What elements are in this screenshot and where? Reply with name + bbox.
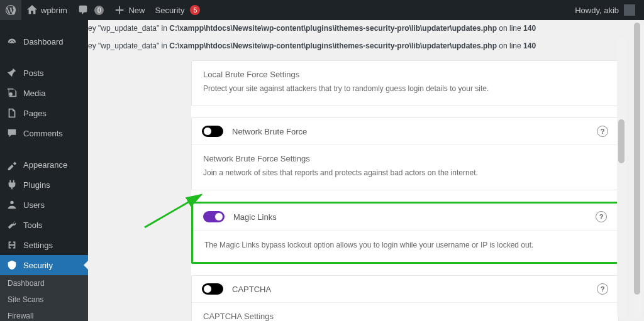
site-name-label: wpbrim <box>41 6 67 15</box>
site-name-link[interactable]: wpbrim <box>21 0 72 20</box>
local-brute-force-desc: Protect your site against attackers that… <box>203 83 607 94</box>
users-icon <box>6 199 18 210</box>
network-brute-force-desc: Join a network of sites that reports and… <box>203 167 607 178</box>
magic-links-desc: The Magic Links bypass lockout option al… <box>204 239 606 251</box>
comments-link[interactable]: 0 <box>72 0 109 20</box>
pages-icon <box>6 107 18 119</box>
sidebar-item-label: Media <box>23 89 45 98</box>
wordpress-icon <box>5 4 16 16</box>
comment-count: 0 <box>94 6 104 15</box>
comments-icon <box>6 128 18 139</box>
new-link[interactable]: New <box>109 0 150 20</box>
security-badge: 5 <box>190 5 200 15</box>
sidebar-item-posts[interactable]: Posts <box>0 63 88 83</box>
sidebar-item-label: Pages <box>23 109 47 118</box>
network-brute-force-label: Network Brute Force <box>232 127 597 136</box>
sidebar-item-label: Posts <box>23 68 44 78</box>
captcha-toggle[interactable] <box>202 283 223 295</box>
sidebar-item-media[interactable]: Media <box>0 83 88 103</box>
wordpress-logo[interactable] <box>0 0 21 20</box>
sidebar-item-label: Appearance <box>23 160 67 170</box>
shield-icon <box>6 259 18 271</box>
pin-icon <box>6 67 18 79</box>
appearance-icon <box>6 159 18 170</box>
tools-icon <box>6 219 18 231</box>
sidebar-item-plugins[interactable]: Plugins <box>0 175 88 195</box>
captcha-title: CAPTCHA Settings <box>203 312 607 321</box>
local-brute-force-title: Local Brute Force Settings <box>203 70 607 79</box>
sidebar-item-label: Settings <box>23 241 53 250</box>
sidebar-item-pages[interactable]: Pages <box>0 103 88 123</box>
settings-icon <box>6 239 18 251</box>
media-icon <box>6 87 18 99</box>
sidebar-item-label: Security <box>23 261 53 270</box>
scrollbar-thumb[interactable] <box>618 119 625 163</box>
outer-scrollbar[interactable] <box>633 23 641 318</box>
network-brute-force-title: Network Brute Force Settings <box>203 154 607 163</box>
new-label: New <box>128 6 145 15</box>
security-label: Security <box>155 6 184 15</box>
sidebar-sub-firewall[interactable]: Firewall <box>0 308 88 321</box>
magic-links-label: Magic Links <box>233 212 596 222</box>
sidebar-item-security[interactable]: Security <box>0 255 88 275</box>
help-icon[interactable]: ? <box>596 211 607 222</box>
sidebar-item-label: Plugins <box>23 180 50 190</box>
sidebar-item-label: Dashboard <box>23 37 64 46</box>
sidebar-item-tools[interactable]: Tools <box>0 215 88 235</box>
sidebar-item-users[interactable]: Users <box>0 195 88 215</box>
sidebar-item-comments[interactable]: Comments <box>0 123 88 143</box>
howdy-label[interactable]: Howdy, akib <box>575 6 619 15</box>
comment-icon <box>77 4 89 16</box>
sidebar-item-label: Tools <box>23 220 42 230</box>
sidebar-item-label: Users <box>23 200 45 210</box>
php-errors: ey "wp_update_data" in C:\xampp\htdocs\N… <box>88 20 629 60</box>
plus-icon <box>114 4 125 16</box>
sidebar-item-label: Comments <box>23 129 63 138</box>
help-icon[interactable]: ? <box>597 126 608 137</box>
sidebar-sub-dashboard[interactable]: Dashboard <box>0 275 88 291</box>
captcha-label: CAPTCHA <box>232 285 597 294</box>
dashboard-icon <box>6 36 18 47</box>
sidebar-item-settings[interactable]: Settings <box>0 235 88 255</box>
network-brute-force-toggle[interactable] <box>202 126 223 137</box>
magic-links-toggle[interactable] <box>203 211 225 222</box>
security-link[interactable]: Security 5 <box>150 0 205 20</box>
content-scroll[interactable]: ey "wp_update_data" in C:\xampp\htdocs\N… <box>88 20 629 321</box>
help-icon[interactable]: ? <box>597 283 608 295</box>
home-icon <box>26 4 38 16</box>
inner-scrollbar[interactable] <box>617 38 626 318</box>
plugins-icon <box>6 179 18 190</box>
sidebar-sub-site-scans[interactable]: Site Scans <box>0 291 88 308</box>
scrollbar-thumb[interactable] <box>634 23 640 295</box>
avatar[interactable] <box>624 4 635 16</box>
sidebar-item-dashboard[interactable]: Dashboard <box>0 31 88 52</box>
sidebar-item-appearance[interactable]: Appearance <box>0 155 88 175</box>
magic-links-highlight: Magic Links ? The Magic Links bypass loc… <box>191 202 619 264</box>
